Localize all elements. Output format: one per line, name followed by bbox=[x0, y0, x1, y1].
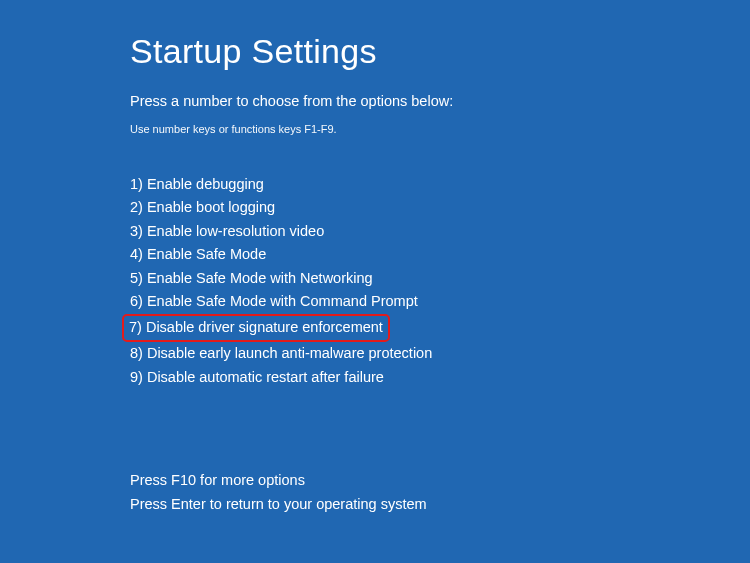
option-3[interactable]: 3) Enable low-resolution video bbox=[130, 220, 324, 243]
instruction-text: Press a number to choose from the option… bbox=[130, 93, 750, 109]
footer-instructions: Press F10 for more options Press Enter t… bbox=[130, 469, 750, 516]
more-options-text: Press F10 for more options bbox=[130, 469, 750, 492]
startup-options-list: 1) Enable debugging 2) Enable boot loggi… bbox=[130, 173, 750, 389]
option-9[interactable]: 9) Disable automatic restart after failu… bbox=[130, 366, 384, 389]
option-7-highlighted[interactable]: 7) Disable driver signature enforcement bbox=[122, 314, 390, 342]
startup-settings-screen: Startup Settings Press a number to choos… bbox=[0, 0, 750, 516]
option-6[interactable]: 6) Enable Safe Mode with Command Prompt bbox=[130, 290, 418, 313]
option-4[interactable]: 4) Enable Safe Mode bbox=[130, 243, 266, 266]
option-8[interactable]: 8) Disable early launch anti-malware pro… bbox=[130, 342, 432, 365]
page-title: Startup Settings bbox=[130, 32, 750, 71]
option-5[interactable]: 5) Enable Safe Mode with Networking bbox=[130, 267, 373, 290]
return-text: Press Enter to return to your operating … bbox=[130, 493, 750, 516]
option-1[interactable]: 1) Enable debugging bbox=[130, 173, 264, 196]
hint-text: Use number keys or functions keys F1-F9. bbox=[130, 123, 750, 135]
option-2[interactable]: 2) Enable boot logging bbox=[130, 196, 275, 219]
